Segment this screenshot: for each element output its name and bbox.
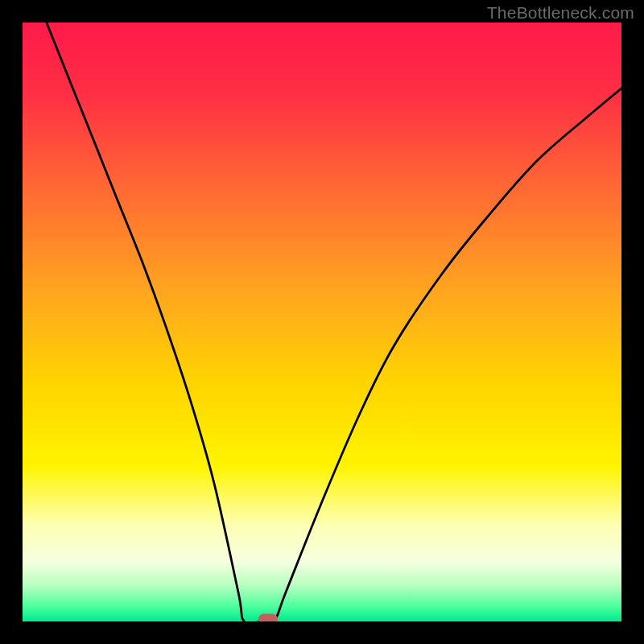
watermark-text: TheBottleneck.com	[487, 3, 634, 23]
optimal-marker	[258, 614, 278, 622]
bottleneck-curve	[23, 23, 621, 621]
plot-area	[23, 23, 621, 621]
chart-frame: TheBottleneck.com	[0, 0, 644, 644]
